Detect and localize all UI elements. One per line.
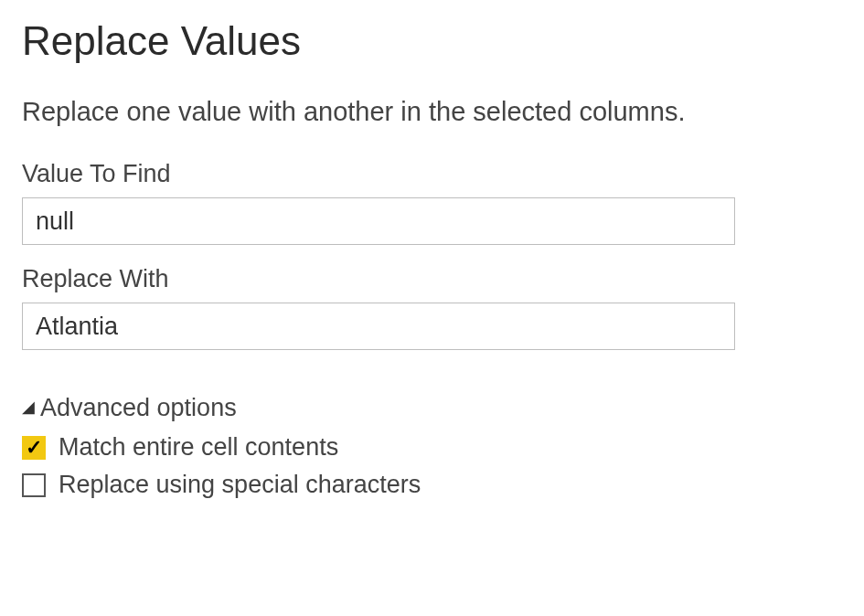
value-to-find-group: Value To Find (22, 160, 842, 245)
advanced-options-section: ◢ Advanced options ✓ Match entire cell c… (22, 394, 842, 499)
match-entire-label: Match entire cell contents (59, 433, 338, 462)
checkmark-icon: ✓ (26, 438, 42, 458)
replace-with-input[interactable] (22, 303, 735, 350)
advanced-options-toggle[interactable]: ◢ Advanced options (22, 394, 842, 422)
advanced-options-label: Advanced options (40, 394, 237, 422)
special-chars-checkbox[interactable] (22, 473, 46, 497)
caret-down-icon: ◢ (22, 398, 35, 415)
value-to-find-label: Value To Find (22, 160, 842, 188)
value-to-find-input[interactable] (22, 197, 735, 245)
special-chars-checkbox-row[interactable]: Replace using special characters (22, 471, 842, 499)
replace-with-label: Replace With (22, 265, 842, 293)
dialog-title: Replace Values (22, 18, 842, 64)
special-chars-label: Replace using special characters (59, 471, 421, 499)
dialog-description: Replace one value with another in the se… (22, 97, 842, 127)
match-entire-checkbox-row[interactable]: ✓ Match entire cell contents (22, 433, 842, 462)
replace-with-group: Replace With (22, 265, 842, 350)
match-entire-checkbox[interactable]: ✓ (22, 436, 46, 460)
